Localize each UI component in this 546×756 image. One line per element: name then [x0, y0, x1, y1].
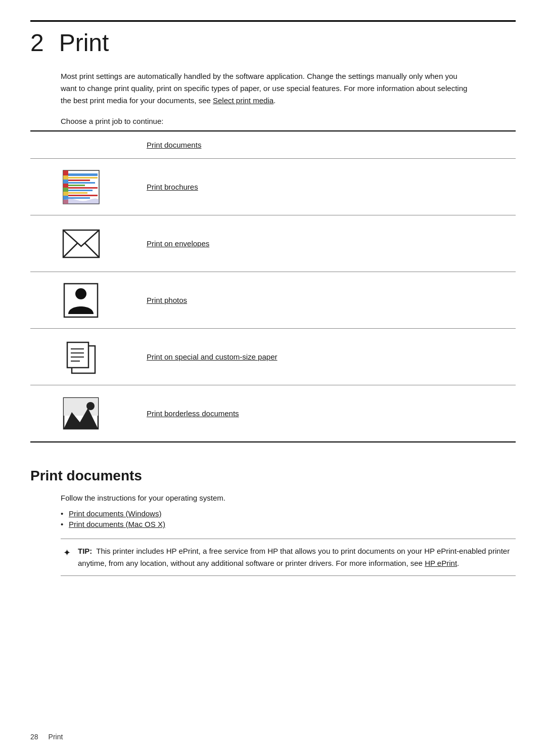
svg-rect-2 — [65, 177, 98, 179]
bullet-list: Print documents (Windows) Print document… — [61, 509, 516, 528]
svg-rect-9 — [65, 195, 98, 196]
svg-rect-4 — [65, 182, 95, 184]
print-brochures-cell: Print brochures — [131, 159, 516, 215]
chapter-number: 2 — [30, 31, 44, 55]
section-content: Follow the instructions for your operati… — [61, 492, 516, 576]
svg-point-34 — [86, 402, 95, 410]
svg-rect-10 — [65, 197, 90, 199]
svg-rect-6 — [65, 187, 98, 189]
envelope-icon-cell — [30, 215, 131, 272]
page-footer: 28 Print — [30, 733, 63, 741]
footer-section-label: Print — [49, 733, 63, 741]
print-borderless-link[interactable]: Print borderless documents — [147, 409, 239, 418]
svg-rect-15 — [63, 184, 68, 188]
svg-rect-13 — [63, 175, 68, 180]
list-item: Print documents (Windows) — [61, 509, 516, 518]
photo-icon — [61, 281, 101, 319]
print-documents-section: Print documents Follow the instructions … — [30, 463, 516, 576]
page-number: 28 — [30, 733, 38, 741]
photo-icon-cell — [30, 272, 131, 329]
hp-eprint-link[interactable]: HP ePrint — [425, 559, 457, 567]
svg-rect-26 — [67, 342, 88, 368]
chapter-header: 2 Print — [30, 20, 516, 55]
tip-label: TIP: — [78, 547, 92, 555]
windows-link[interactable]: Print documents (Windows) — [69, 509, 161, 518]
print-brochures-link[interactable]: Print brochures — [147, 183, 198, 191]
print-documents-link[interactable]: Print documents — [147, 141, 201, 149]
svg-rect-14 — [63, 180, 68, 184]
svg-rect-16 — [63, 188, 68, 192]
intro-paragraph: Most print settings are automatically ha… — [61, 70, 475, 107]
table-row: Print photos — [30, 272, 516, 329]
tip-icon: ✦ — [61, 546, 73, 560]
choose-text: Choose a print job to continue: — [61, 117, 516, 125]
macosx-link[interactable]: Print documents (Mac OS X) — [69, 520, 165, 528]
brochure-icon-cell — [30, 159, 131, 215]
table-row: Print on special and custom-size paper — [30, 329, 516, 385]
special-paper-icon-cell — [30, 329, 131, 385]
brochure-icon — [61, 168, 101, 206]
svg-rect-3 — [65, 180, 90, 181]
chapter-title: Print — [59, 31, 109, 55]
print-documents-cell: Print documents — [131, 131, 516, 159]
borderless-icon — [61, 394, 101, 432]
borderless-icon-cell — [30, 385, 131, 442]
special-paper-icon — [61, 338, 101, 376]
table-row: Print brochures — [30, 159, 516, 215]
svg-point-24 — [75, 288, 86, 299]
print-photos-link[interactable]: Print photos — [147, 296, 187, 304]
document-icon-cell — [30, 131, 131, 159]
svg-rect-7 — [65, 190, 93, 191]
print-photos-cell: Print photos — [131, 272, 516, 329]
print-envelopes-cell: Print on envelopes — [131, 215, 516, 272]
list-item: Print documents (Mac OS X) — [61, 520, 516, 528]
section-intro: Follow the instructions for your operati… — [61, 492, 516, 504]
print-special-cell: Print on special and custom-size paper — [131, 329, 516, 385]
svg-rect-1 — [65, 173, 98, 176]
print-special-link[interactable]: Print on special and custom-size paper — [147, 352, 277, 361]
page-container: 2 Print Most print settings are automati… — [0, 0, 546, 756]
select-print-media-link[interactable]: Select print media — [213, 96, 274, 105]
tip-content: TIP: This printer includes HP ePrint, a … — [78, 545, 516, 569]
table-row: Print on envelopes — [30, 215, 516, 272]
envelope-icon — [61, 225, 101, 262]
print-borderless-cell: Print borderless documents — [131, 385, 516, 442]
tip-box: ✦ TIP: This printer includes HP ePrint, … — [61, 539, 516, 576]
print-jobs-table: Print documents — [30, 130, 516, 442]
svg-rect-17 — [63, 192, 68, 196]
table-row: Print documents — [30, 131, 516, 159]
table-row: Print borderless documents — [30, 385, 516, 442]
section-title: Print documents — [30, 463, 516, 484]
svg-rect-12 — [63, 170, 68, 175]
print-envelopes-link[interactable]: Print on envelopes — [147, 239, 209, 248]
